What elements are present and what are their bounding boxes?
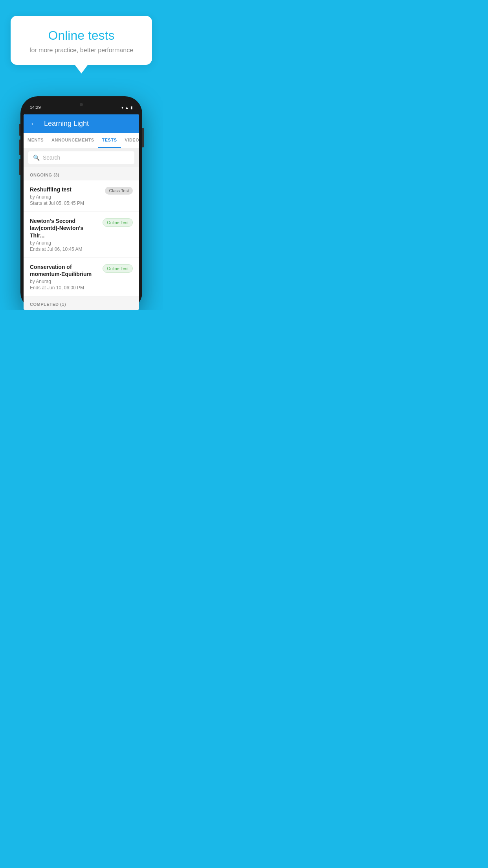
app-title: Learning Light	[44, 120, 89, 128]
test-author-1: by Anurag	[30, 194, 101, 200]
battery-icon: ▮	[130, 105, 133, 110]
status-time: 14:29	[30, 105, 41, 110]
test-author-3: by Anurag	[30, 279, 99, 284]
phone-screen: ← Learning Light MENTS ANNOUNCEMENTS TES…	[24, 114, 139, 310]
search-input[interactable]: Search	[43, 154, 60, 161]
test-list: Reshuffling test by Anurag Starts at Jul…	[24, 180, 139, 296]
volume-up-button	[19, 124, 20, 136]
test-date-2: Ends at Jul 06, 10:45 AM	[30, 246, 99, 252]
bubble-subtitle: for more practice, better performance	[20, 47, 143, 54]
test-item-2[interactable]: Newton's Second law(contd)-Newton's Thir…	[24, 212, 139, 258]
search-bar: 🔍 Search	[24, 148, 139, 167]
bubble-title: Online tests	[20, 28, 143, 43]
front-camera	[80, 103, 83, 106]
wifi-icon: ▾	[121, 105, 123, 110]
test-info-3: Conservation of momentum-Equilibrium by …	[30, 263, 99, 291]
status-icons: ▾ ▲ ▮	[121, 105, 133, 110]
test-name-2: Newton's Second law(contd)-Newton's Thir…	[30, 217, 99, 239]
silent-button	[19, 159, 20, 175]
completed-section-title: COMPLETED (1)	[30, 302, 66, 307]
test-item-3[interactable]: Conservation of momentum-Equilibrium by …	[24, 258, 139, 296]
ongoing-section-title: ONGOING (3)	[30, 173, 59, 177]
test-author-2: by Anurag	[30, 240, 99, 246]
volume-down-button	[19, 140, 20, 155]
test-item-1[interactable]: Reshuffling test by Anurag Starts at Jul…	[24, 180, 139, 212]
test-badge-1: Class Test	[105, 187, 133, 195]
test-badge-2: Online Test	[103, 218, 133, 227]
ongoing-section-header: ONGOING (3)	[24, 167, 139, 180]
tab-videos[interactable]: VIDEOS	[121, 133, 139, 148]
test-badge-3: Online Test	[103, 264, 133, 273]
bubble-area: Online tests for more practice, better p…	[0, 0, 163, 73]
back-button[interactable]: ←	[30, 119, 38, 128]
phone-status-bar: 14:29 ▾ ▲ ▮	[24, 100, 139, 114]
app-header: ← Learning Light	[24, 114, 139, 133]
tab-announcements[interactable]: ANNOUNCEMENTS	[48, 133, 98, 148]
search-icon: 🔍	[33, 154, 40, 161]
test-info-2: Newton's Second law(contd)-Newton's Thir…	[30, 217, 99, 252]
power-button	[142, 128, 144, 147]
search-input-wrapper[interactable]: 🔍 Search	[28, 151, 134, 164]
phone-device: 14:29 ▾ ▲ ▮ ← Learning Light MENTS ANNOU…	[20, 96, 142, 310]
signal-icon: ▲	[125, 105, 129, 110]
test-info-1: Reshuffling test by Anurag Starts at Jul…	[30, 186, 101, 206]
test-name-3: Conservation of momentum-Equilibrium	[30, 263, 99, 278]
phone-wrapper: 14:29 ▾ ▲ ▮ ← Learning Light MENTS ANNOU…	[0, 96, 163, 310]
test-name-1: Reshuffling test	[30, 186, 101, 193]
test-date-1: Starts at Jul 05, 05:45 PM	[30, 200, 101, 206]
completed-section-header: COMPLETED (1)	[24, 296, 139, 310]
tab-assignments[interactable]: MENTS	[24, 133, 48, 148]
test-date-3: Ends at Jun 10, 06:00 PM	[30, 285, 99, 291]
phone-notch	[66, 100, 97, 109]
tab-bar: MENTS ANNOUNCEMENTS TESTS VIDEOS	[24, 133, 139, 148]
speech-bubble: Online tests for more practice, better p…	[11, 16, 152, 65]
tab-tests[interactable]: TESTS	[98, 133, 121, 148]
